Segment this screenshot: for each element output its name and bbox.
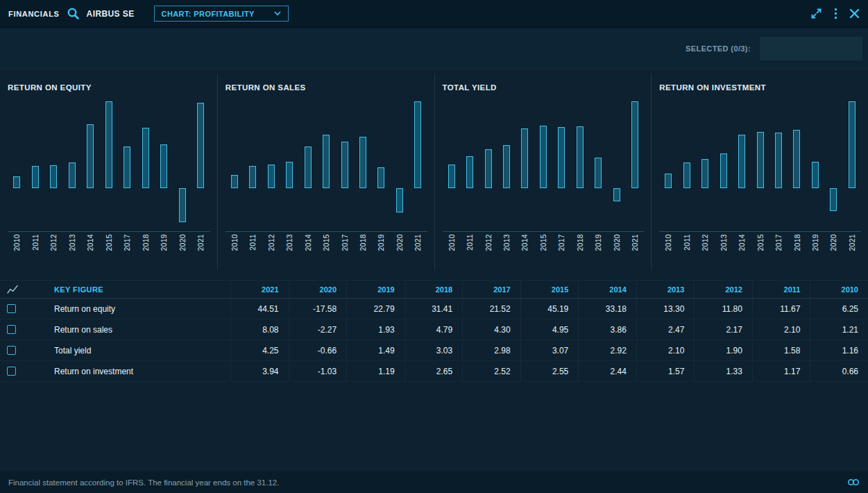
chart-axis-labels: 2010201120122013201420152017201820192020… xyxy=(225,234,427,270)
chart-bar xyxy=(466,156,473,188)
chart-axis-labels: 2010201120122013201420152017201820192020… xyxy=(443,234,645,270)
row-value: 4.25 xyxy=(230,340,289,360)
chart-bar xyxy=(720,153,727,188)
axis-year-label: 2017 xyxy=(769,234,788,270)
row-value: 45.19 xyxy=(520,299,579,319)
table-year-header: 2011 xyxy=(752,281,810,298)
chart-bar xyxy=(69,162,76,188)
row-value: 2.47 xyxy=(636,319,695,340)
axis-year-label: 2021 xyxy=(409,234,427,270)
row-value: 3.94 xyxy=(230,361,289,381)
row-value: 2.92 xyxy=(578,340,636,360)
row-value: 44.51 xyxy=(230,299,289,319)
table-row[interactable]: Return on equity44.51-17.5822.7931.4121.… xyxy=(0,299,868,319)
row-checkbox-cell xyxy=(0,340,32,360)
table-year-header: 2019 xyxy=(346,281,405,298)
axis-year-label: 2015 xyxy=(751,234,769,270)
row-value: 0.66 xyxy=(810,361,868,381)
axis-year-label: 2013 xyxy=(280,234,298,270)
row-value: 22.79 xyxy=(346,299,405,319)
chart-type-dropdown[interactable]: CHART: PROFITABILITY xyxy=(154,6,289,22)
axis-year-label: 2021 xyxy=(843,234,861,270)
selection-bar: SELECTED (0/3): xyxy=(0,28,868,69)
table-row[interactable]: Return on investment3.94-1.031.192.652.5… xyxy=(0,361,868,382)
chart-bar xyxy=(268,165,275,188)
chart-bar xyxy=(249,166,256,188)
search-icon[interactable] xyxy=(67,7,80,20)
key-figure-header: KEY FIGURE xyxy=(32,281,230,298)
chart-bar xyxy=(595,158,602,188)
chart-bar xyxy=(179,188,186,222)
row-value: 1.90 xyxy=(694,340,752,360)
row-value: 31.41 xyxy=(405,299,463,319)
row-value: 13.30 xyxy=(636,299,695,319)
line-chart-icon xyxy=(0,281,32,298)
row-value: 33.18 xyxy=(578,299,636,319)
row-value: -0.66 xyxy=(289,340,347,360)
chart-bar xyxy=(683,162,690,188)
link-icon[interactable] xyxy=(847,478,860,486)
row-checkbox[interactable] xyxy=(7,304,16,313)
row-value: 1.57 xyxy=(636,361,695,381)
axis-year-label: 2018 xyxy=(571,234,589,270)
chart-axis-labels: 2010201120122013201420152017201820192020… xyxy=(8,234,210,270)
row-value: -17.58 xyxy=(289,299,347,319)
chart-plot xyxy=(443,93,645,228)
row-value: 1.19 xyxy=(346,361,405,381)
axis-year-label: 2020 xyxy=(391,234,409,270)
chart-panel-return-on-investment: RETURN ON INVESTMENT 2010201120122013201… xyxy=(651,74,868,270)
footer-bar: Financial statement according to IFRS. T… xyxy=(0,471,868,493)
chart-axis-line xyxy=(443,231,645,232)
chevron-down-icon xyxy=(274,11,281,16)
table-row[interactable]: Total yield4.25-0.661.493.032.983.072.92… xyxy=(0,340,868,361)
axis-year-label: 2017 xyxy=(118,234,137,270)
row-checkbox[interactable] xyxy=(7,325,16,334)
axis-year-label: 2011 xyxy=(244,234,262,270)
axis-year-label: 2015 xyxy=(100,234,119,270)
row-value: 11.80 xyxy=(694,299,752,319)
chart-plot xyxy=(659,93,861,228)
chart-bar xyxy=(613,188,620,201)
row-checkbox[interactable] xyxy=(7,367,16,376)
chart-bar xyxy=(50,165,57,188)
row-checkbox[interactable] xyxy=(7,346,16,355)
axis-year-label: 2020 xyxy=(607,234,625,270)
row-value: 3.07 xyxy=(520,340,579,360)
table-year-header: 2010 xyxy=(810,281,868,298)
chart-bar xyxy=(738,135,745,188)
axis-year-label: 2010 xyxy=(8,234,26,270)
row-value: 1.49 xyxy=(346,340,405,360)
chart-bar xyxy=(197,103,204,188)
row-value: 11.67 xyxy=(752,299,810,319)
chart-bar xyxy=(305,147,312,188)
chart-bar xyxy=(396,188,403,212)
chart-bar xyxy=(830,188,837,211)
table-year-header: 2012 xyxy=(694,281,752,298)
chart-bar xyxy=(485,149,492,188)
chart-bar xyxy=(286,162,293,188)
chart-bar xyxy=(558,127,565,188)
axis-year-label: 2018 xyxy=(354,234,372,270)
chart-axis-labels: 2010201120122013201420152017201820192020… xyxy=(659,234,861,270)
axis-year-label: 2015 xyxy=(534,234,552,270)
axis-year-label: 2019 xyxy=(589,234,607,270)
close-icon[interactable] xyxy=(849,8,860,19)
row-value: 1.58 xyxy=(752,340,810,360)
axis-year-label: 2015 xyxy=(317,234,335,270)
chart-bar xyxy=(757,132,764,188)
chart-bar xyxy=(359,137,366,188)
axis-year-label: 2019 xyxy=(806,234,824,270)
expand-icon[interactable] xyxy=(810,8,822,19)
table-header-row: KEY FIGURE 20212020201920182017201520142… xyxy=(0,280,868,299)
row-checkbox-cell xyxy=(0,319,32,340)
row-value: 21.52 xyxy=(462,299,520,319)
table-row[interactable]: Return on sales8.08-2.271.934.794.304.95… xyxy=(0,319,868,340)
chart-axis-line xyxy=(225,231,427,232)
axis-year-label: 2010 xyxy=(659,234,677,270)
row-value: 3.03 xyxy=(405,340,463,360)
axis-year-label: 2014 xyxy=(733,234,751,270)
selection-placeholder xyxy=(760,37,862,60)
kebab-menu-icon[interactable] xyxy=(834,8,837,19)
row-value: 2.44 xyxy=(578,361,636,381)
axis-year-label: 2017 xyxy=(552,234,570,270)
